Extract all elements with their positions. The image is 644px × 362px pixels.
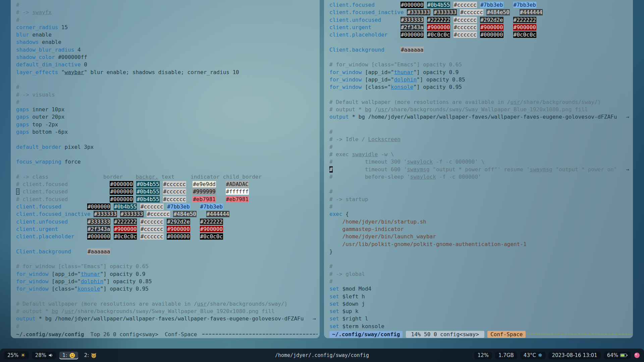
comment-text[interactable]: usr [510, 99, 520, 105]
clock-value: 2023-08-16 13:01 [552, 353, 597, 358]
code-line: client.unfocused #333333 #222222 #cccccc… [329, 16, 630, 24]
focused-window-title: /home/jdyer/.config/sway/config [275, 352, 369, 358]
code-text [68, 219, 87, 225]
workspace-2-button[interactable]: 2: [81, 352, 100, 359]
code-line: # [16, 1, 317, 9]
cat-icon [91, 353, 97, 358]
code-line: gaps top -2px [16, 121, 317, 128]
comment-text[interactable]: bg [52, 308, 58, 314]
code-text[interactable]: thunar [81, 271, 100, 277]
comment-text[interactable]: swaylock [410, 174, 436, 180]
color-swatch: #e9e9dd [193, 181, 216, 187]
code-text: 4 [74, 47, 80, 53]
workspace-1-button[interactable]: 1: [59, 352, 78, 359]
code-line: # client.focused #000000 #0b4b55 #cccccc… [16, 181, 317, 188]
comment-text[interactable]: swayidle [352, 151, 378, 158]
cpu-module[interactable]: 12% [474, 352, 492, 359]
code-text: /home/jdyer/bin/startup.sh [329, 219, 426, 225]
code-text[interactable]: dolphin [81, 278, 103, 285]
comment-text[interactable]: usr [197, 301, 207, 307]
config-keyword: gaps [16, 106, 29, 113]
comment-text[interactable]: swaylock [407, 159, 433, 165]
color-swatch: #000000 [110, 188, 133, 195]
color-swatch: #484e50 [173, 211, 196, 217]
code-line [16, 293, 317, 300]
code-text [424, 24, 427, 31]
code-line: # timeout 300 'swaylock -f -c 000000' \ [329, 158, 630, 166]
comment-text[interactable]: usr [378, 106, 388, 113]
code-text [503, 32, 513, 38]
code-line: # output * bg /usr/share/backgrounds/swa… [329, 106, 630, 113]
volume-module[interactable]: 28% [32, 352, 56, 359]
code-text[interactable]: dolphin [394, 76, 417, 83]
code-text [477, 2, 480, 8]
code-text: force [61, 159, 81, 165]
color-swatch: #cccccc [163, 196, 186, 202]
color-swatch: #333333 [120, 211, 143, 217]
comment-text[interactable]: bg [365, 106, 371, 113]
color-swatch: #900000 [167, 226, 190, 232]
comment-text[interactable]: backgr. [136, 174, 158, 180]
code-text[interactable]: konsole [77, 286, 100, 292]
position-indicator: 14% 50 0 config<sway> [406, 331, 484, 338]
clock-module[interactable]: 2023-08-16 13:01 [548, 352, 600, 359]
comment-text: # [16, 323, 19, 329]
comment-text[interactable]: Lockscreen [368, 136, 400, 142]
editor-pane-right[interactable]: client.focused #000000 #0b4b55 #cccccc #… [324, 0, 633, 338]
comment-text[interactable]: swaymsg [407, 166, 429, 173]
code-text: #000000ff [55, 54, 87, 60]
comment-text: timeout 600 ' [333, 166, 407, 173]
config-keyword: shadow_blur_radius [16, 47, 74, 53]
brightness-module[interactable]: 25% ☀ [4, 351, 29, 359]
code-line: gammastep-indicator [329, 226, 630, 233]
color-swatch: #0c0c0c [200, 233, 223, 240]
code-line: client.placeholder #000000 #0c0c0c #cccc… [16, 233, 317, 240]
battery-module[interactable]: 64% [604, 352, 631, 359]
config-keyword: for_window [16, 271, 48, 277]
code-text: /home/jdyer/bin/launch_waybar [329, 233, 436, 240]
temperature-module[interactable]: 43°C ❄ [520, 352, 546, 359]
editor-pane-left[interactable]: ## -> swayfx#corner_radius 15blur enable… [11, 0, 320, 338]
code-line [329, 121, 630, 128]
code-text [117, 211, 120, 217]
waybar-left-modules: 25% ☀ 28% 1: 2: [4, 351, 100, 359]
code-text: outer 20px [29, 114, 65, 120]
pill-icon[interactable] [634, 352, 640, 358]
comment-text: # [16, 2, 19, 8]
color-swatch: #0c0c0c [513, 32, 536, 38]
comment-text[interactable]: usr [65, 308, 74, 314]
code-text[interactable]: waybar [65, 69, 84, 75]
color-swatch: #7bb3eb [480, 2, 503, 8]
code-text [503, 2, 513, 8]
memory-module[interactable]: 1.7GB [495, 352, 517, 359]
comment-text[interactable]: swayfx [32, 9, 52, 15]
code-line: # [329, 128, 630, 136]
modeline-spacer [484, 331, 488, 338]
color-swatch: #0b4b55 [136, 196, 159, 202]
code-text [133, 181, 137, 187]
code-text [71, 248, 87, 255]
code-line: for_window [app_id="dolphin"] opacity 0.… [329, 76, 630, 83]
code-text [110, 203, 114, 210]
code-text[interactable]: thunar [394, 69, 414, 75]
code-text [186, 188, 193, 195]
comment-text: # -> startup [329, 196, 368, 202]
inactive-cursor: # [16, 188, 19, 195]
code-line: # before-sleep 'swaylock -f -c 000000' [329, 173, 630, 181]
code-line [16, 136, 317, 143]
code-text: * bg /home/jdyer/wallpaper/wallpaper-fav… [36, 315, 304, 322]
color-swatch: #900000 [200, 226, 223, 232]
color-swatch: #333333 [407, 9, 430, 15]
code-text [384, 47, 400, 53]
code-text [170, 211, 173, 217]
code-text: enable [39, 39, 61, 45]
code-text [164, 226, 167, 232]
code-text [190, 219, 200, 225]
code-text [164, 219, 167, 225]
code-text[interactable]: konsole [391, 84, 413, 90]
code-line: # for_window [class="Emacs"] opacity 0.6… [16, 263, 317, 270]
comment-text: # [329, 263, 333, 269]
code-line: client.placeholder #000000 #0c0c0c #cccc… [329, 31, 630, 39]
comment-text[interactable]: swaymsg [530, 166, 552, 173]
code-line: # output * bg /usr/share/backgrounds/swa… [16, 308, 317, 315]
